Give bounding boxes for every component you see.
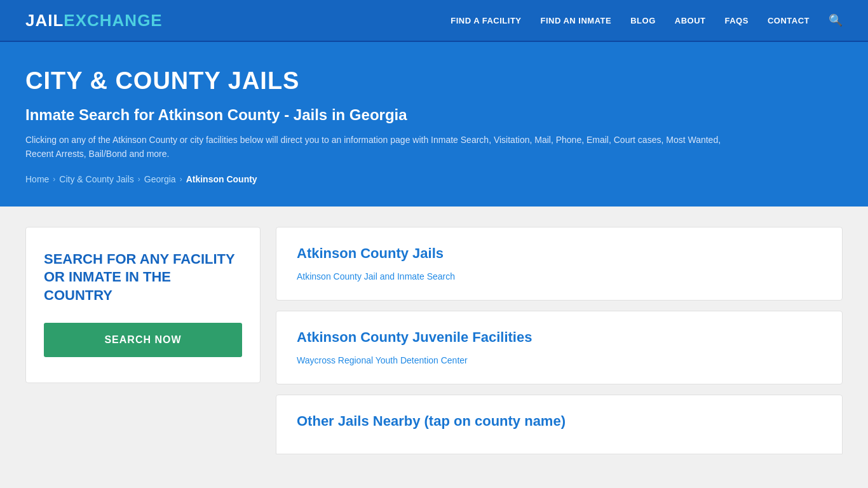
facility-link-atkinson-juvenile[interactable]: Waycross Regional Youth Detention Center bbox=[297, 355, 468, 365]
nav-contact[interactable]: CONTACT bbox=[768, 16, 810, 25]
facility-title-atkinson-juvenile[interactable]: Atkinson County Juvenile Facilities bbox=[297, 329, 822, 346]
breadcrumb: Home › City & County Jails › Georgia › A… bbox=[25, 174, 843, 184]
site-logo[interactable]: JAILEXCHANGE bbox=[25, 11, 163, 30]
breadcrumb-city-county[interactable]: City & County Jails bbox=[59, 174, 133, 184]
facility-card-atkinson-juvenile: Atkinson County Juvenile Facilities Wayc… bbox=[276, 311, 843, 384]
facility-list: Atkinson County Jails Atkinson County Ja… bbox=[276, 227, 843, 454]
logo-exchange-text: EXCHANGE bbox=[64, 11, 162, 30]
facility-link-atkinson-jails[interactable]: Atkinson County Jail and Inmate Search bbox=[297, 271, 455, 281]
nav-about[interactable]: ABOUT bbox=[675, 16, 706, 25]
facility-card-atkinson-jails: Atkinson County Jails Atkinson County Ja… bbox=[276, 227, 843, 301]
search-box-title: SEARCH FOR ANY FACILITY OR INMATE IN THE… bbox=[44, 250, 242, 305]
site-header: JAILEXCHANGE FIND A FACILITY FIND AN INM… bbox=[0, 0, 868, 42]
logo-jail-text: JAIL bbox=[25, 11, 64, 30]
hero-subtitle: Inmate Search for Atkinson County - Jail… bbox=[25, 106, 843, 124]
breadcrumb-current: Atkinson County bbox=[186, 174, 257, 184]
breadcrumb-sep-3: › bbox=[180, 175, 182, 184]
breadcrumb-state[interactable]: Georgia bbox=[144, 174, 176, 184]
main-nav: FIND A FACILITY FIND AN INMATE BLOG ABOU… bbox=[451, 13, 843, 27]
nav-faqs[interactable]: FAQs bbox=[725, 16, 749, 25]
search-now-button[interactable]: SEARCH NOW bbox=[44, 323, 242, 357]
facility-card-other-jails: Other Jails Nearby (tap on county name) bbox=[276, 395, 843, 454]
page-title: CITY & COUNTY JAILS bbox=[25, 67, 843, 95]
search-box: SEARCH FOR ANY FACILITY OR INMATE IN THE… bbox=[25, 227, 261, 383]
main-content: SEARCH FOR ANY FACILITY OR INMATE IN THE… bbox=[0, 207, 868, 475]
nav-find-inmate[interactable]: FIND AN INMATE bbox=[541, 16, 612, 25]
header-search-icon[interactable]: 🔍 bbox=[829, 13, 843, 27]
sidebar: SEARCH FOR ANY FACILITY OR INMATE IN THE… bbox=[25, 227, 261, 454]
breadcrumb-sep-2: › bbox=[138, 175, 140, 184]
breadcrumb-home[interactable]: Home bbox=[25, 174, 49, 184]
nav-blog[interactable]: BLOG bbox=[630, 16, 656, 25]
nav-find-facility[interactable]: FIND A FACILITY bbox=[451, 16, 521, 25]
facility-title-other-jails[interactable]: Other Jails Nearby (tap on county name) bbox=[297, 413, 822, 430]
hero-banner: CITY & COUNTY JAILS Inmate Search for At… bbox=[0, 42, 868, 207]
breadcrumb-sep-1: › bbox=[53, 175, 55, 184]
facility-title-atkinson-jails[interactable]: Atkinson County Jails bbox=[297, 245, 822, 262]
hero-description: Clicking on any of the Atkinson County o… bbox=[25, 133, 724, 161]
